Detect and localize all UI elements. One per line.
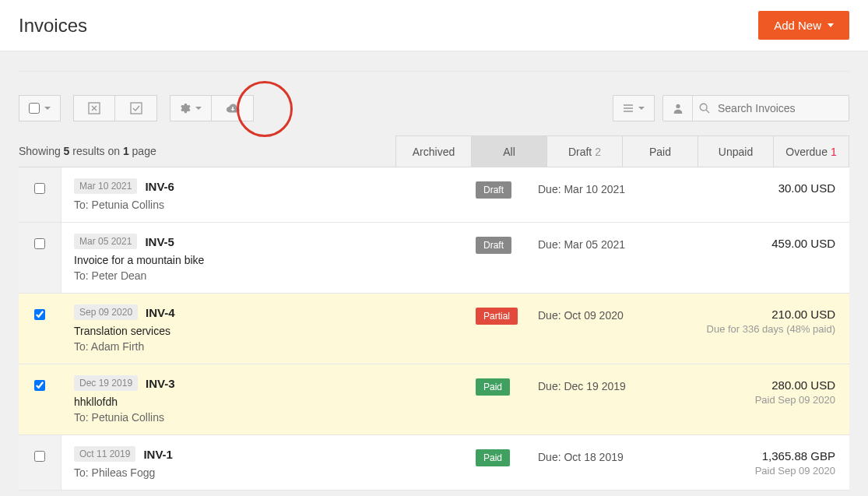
- amount-sub: Due for 336 days (48% paid): [694, 323, 835, 335]
- svg-point-2: [676, 104, 680, 108]
- results-summary: Showing 5 results on 1 page: [19, 145, 156, 167]
- download-button[interactable]: [212, 95, 254, 121]
- amount-cell: 280.00 USDPaid Sep 09 2020: [694, 364, 849, 434]
- invoice-recipient: To: Petunia Collins: [74, 411, 463, 424]
- amount-cell: 210.00 USDDue for 336 days (48% paid): [694, 294, 849, 364]
- mark-button[interactable]: [115, 95, 157, 121]
- row-checkbox-cell: [19, 364, 61, 434]
- status-badge: Draft: [476, 181, 511, 199]
- select-all-dropdown[interactable]: [19, 95, 61, 121]
- row-checkbox[interactable]: [34, 380, 45, 391]
- date-chip: Sep 09 2020: [74, 304, 138, 320]
- status-badge: Partial: [476, 308, 518, 325]
- status-cell: Paid: [476, 435, 538, 490]
- invoice-id[interactable]: INV-5: [145, 235, 174, 248]
- invoice-id[interactable]: INV-6: [145, 180, 174, 193]
- check-box-icon: [130, 102, 142, 114]
- row-main: Mar 05 2021INV-5Invoice for a mountain b…: [61, 223, 476, 293]
- tab-overdue[interactable]: Overdue1: [773, 135, 849, 167]
- invoice-list: Mar 10 2021INV-6To: Petunia CollinsDraft…: [19, 167, 849, 491]
- invoice-id[interactable]: INV-1: [143, 448, 173, 461]
- invoice-subject: Translation services: [74, 325, 463, 337]
- amount-cell: 1,365.88 GBPPaid Sep 09 2020: [694, 435, 849, 490]
- amount: 1,365.88 GBP: [694, 449, 835, 463]
- page-header: Invoices Add New: [0, 0, 868, 51]
- status-cell: Partial: [476, 294, 538, 364]
- invoice-row[interactable]: Mar 10 2021INV-6To: Petunia CollinsDraft…: [19, 167, 849, 223]
- tab-paid[interactable]: Paid: [622, 135, 698, 167]
- tab-draft[interactable]: Draft2: [546, 135, 623, 167]
- tab-archived[interactable]: Archived: [395, 135, 472, 167]
- row-checkbox[interactable]: [34, 183, 45, 194]
- status-badge: Paid: [476, 378, 510, 396]
- add-new-button[interactable]: Add New: [758, 11, 849, 40]
- row-checkbox[interactable]: [34, 309, 45, 320]
- status-badge: Paid: [476, 449, 510, 466]
- invoice-recipient: To: Peter Dean: [74, 269, 463, 282]
- amount-cell: 30.00 USD: [694, 167, 849, 222]
- row-main: Oct 11 2019INV-1To: Phileas Fogg: [61, 435, 476, 490]
- view-options-dropdown[interactable]: [613, 95, 655, 121]
- invoice-subject: Invoice for a mountain bike: [74, 254, 463, 266]
- due-date: Due: Mar 05 2021: [538, 223, 694, 293]
- date-chip: Dec 19 2019: [74, 375, 138, 391]
- row-main: Dec 19 2019INV-3hhkllofdhTo: Petunia Col…: [61, 364, 476, 434]
- caret-down-icon: [828, 23, 834, 27]
- invoice-id[interactable]: INV-4: [146, 306, 175, 319]
- filter-tabs: ArchivedAllDraft2PaidUnpaidOverdue1: [396, 135, 849, 167]
- select-all-checkbox[interactable]: [29, 103, 40, 114]
- amount-sub: Paid Sep 09 2020: [694, 394, 835, 406]
- svg-rect-1: [131, 103, 142, 114]
- tab-label: Overdue: [785, 146, 828, 158]
- search-input[interactable]: [693, 102, 849, 114]
- status-cell: Draft: [476, 167, 538, 222]
- gear-icon: [180, 103, 191, 114]
- caret-down-icon: [195, 107, 202, 110]
- due-date: Due: Mar 10 2021: [538, 167, 694, 222]
- user-filter-button[interactable]: [663, 96, 693, 121]
- status-badge: Draft: [476, 237, 511, 254]
- invoice-row[interactable]: Oct 11 2019INV-1To: Phileas FoggPaidDue:…: [19, 435, 849, 491]
- amount: 280.00 USD: [694, 378, 835, 392]
- row-main: Mar 10 2021INV-6To: Petunia Collins: [61, 167, 476, 222]
- row-checkbox-cell: [19, 435, 61, 490]
- tab-unpaid[interactable]: Unpaid: [698, 135, 774, 167]
- tab-label: Draft: [568, 146, 592, 158]
- invoice-id[interactable]: INV-3: [146, 377, 175, 390]
- row-checkbox[interactable]: [34, 451, 45, 462]
- row-checkbox-cell: [19, 167, 61, 222]
- tab-count: 2: [595, 146, 601, 158]
- invoice-subject: hhkllofdh: [74, 396, 463, 408]
- cloud-download-icon: [226, 103, 240, 114]
- tab-label: Archived: [413, 146, 455, 158]
- search-icon: [699, 103, 710, 114]
- amount: 459.00 USD: [694, 237, 835, 250]
- search-container: [662, 95, 849, 121]
- invoice-row[interactable]: Sep 09 2020INV-4Translation servicesTo: …: [19, 294, 849, 364]
- settings-dropdown[interactable]: [170, 95, 212, 121]
- list-icon: [623, 104, 634, 113]
- amount: 30.00 USD: [694, 181, 835, 195]
- row-checkbox[interactable]: [34, 238, 45, 249]
- row-main: Sep 09 2020INV-4Translation servicesTo: …: [61, 294, 476, 364]
- date-chip: Mar 10 2021: [74, 178, 137, 194]
- invoice-row[interactable]: Mar 05 2021INV-5Invoice for a mountain b…: [19, 223, 849, 294]
- tab-all[interactable]: All: [471, 135, 547, 167]
- archive-button[interactable]: [73, 95, 115, 121]
- divider: [19, 51, 849, 72]
- due-date: Due: Oct 18 2019: [538, 435, 694, 490]
- tab-label: Paid: [649, 146, 671, 158]
- caret-down-icon: [44, 107, 51, 110]
- status-cell: Paid: [476, 364, 538, 434]
- tab-label: Unpaid: [719, 146, 753, 158]
- amount: 210.00 USD: [694, 308, 835, 321]
- amount-sub: Paid Sep 09 2020: [694, 465, 835, 477]
- amount-cell: 459.00 USD: [694, 223, 849, 293]
- person-icon: [673, 103, 684, 114]
- invoice-recipient: To: Petunia Collins: [74, 199, 463, 211]
- date-chip: Mar 05 2021: [74, 234, 137, 249]
- page-title: Invoices: [19, 15, 87, 37]
- invoice-row[interactable]: Dec 19 2019INV-3hhkllofdhTo: Petunia Col…: [19, 364, 849, 435]
- caret-down-icon: [638, 107, 645, 110]
- due-date: Due: Dec 19 2019: [538, 364, 694, 434]
